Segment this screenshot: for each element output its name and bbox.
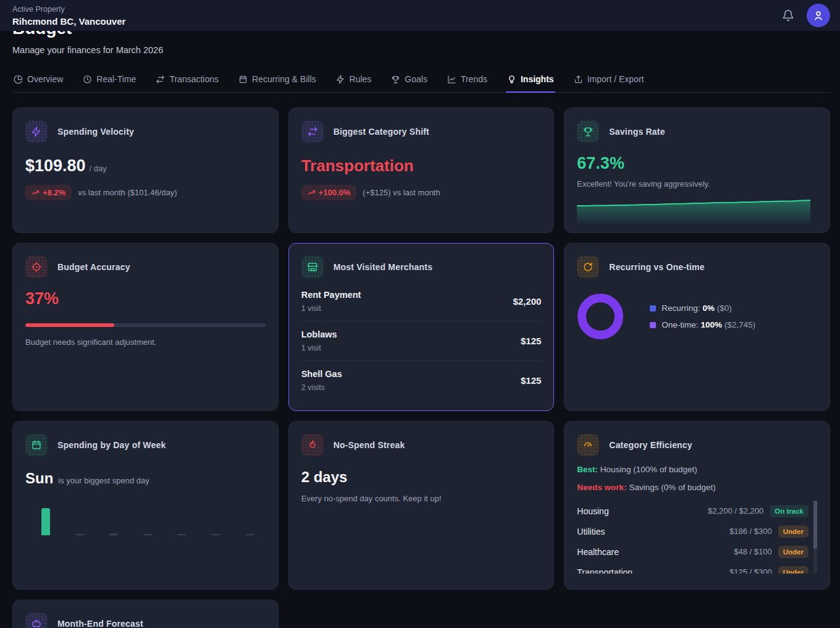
lightning-icon	[25, 121, 48, 143]
streak-value: 2 days	[301, 469, 542, 486]
tab-import-export[interactable]: Import / Export	[573, 74, 645, 92]
velocity-value: $109.80/ day	[25, 156, 266, 176]
category-row: Healthcare $48 / $100Under	[577, 541, 808, 562]
best-line: Best: Housing (100% of budget)	[577, 465, 817, 474]
swap-arrows-icon	[156, 75, 165, 84]
velocity-unit: / day	[90, 164, 107, 173]
biggest-day: Sun	[25, 470, 53, 486]
donut-ring	[582, 298, 619, 335]
accuracy-progress-fill	[25, 323, 114, 327]
chart-line-icon	[447, 75, 456, 84]
clock-icon	[83, 75, 92, 84]
legend-swatch	[650, 305, 656, 312]
tab-recurring-bills[interactable]: Recurring & Bills	[237, 74, 317, 92]
category-row: Utilities $186 / $300Under	[577, 521, 808, 541]
status-badge: Under	[778, 546, 808, 558]
day-bar	[143, 534, 152, 535]
card-savings-rate: Savings Rate 67.3% Excellent! You're sav…	[564, 108, 830, 233]
gauge-icon	[577, 434, 599, 456]
card-title: No-Spend Streak	[334, 440, 405, 450]
savings-sparkline	[577, 197, 817, 224]
day-bar	[245, 534, 254, 535]
compare-text: vs last month ($101.46/day)	[78, 188, 177, 197]
card-title: Recurring vs One-time	[609, 262, 704, 272]
savings-sparkline-fill	[577, 200, 810, 224]
card-title: Budget Accuracy	[57, 262, 130, 272]
merchant-visits: 2 visits	[301, 383, 342, 392]
legend-item-recurring: Recurring: 0% ($0)	[650, 303, 755, 313]
donut-chart	[577, 293, 624, 340]
flame-icon	[301, 434, 324, 456]
change-badge: +8.2%	[25, 185, 72, 200]
insight-cards-grid: Spending Velocity $109.80/ day +8.2% vs …	[12, 108, 830, 628]
biggest-day-desc: is your biggest spend day	[58, 476, 149, 485]
card-title: Category Efficiency	[609, 440, 692, 450]
tab-insights[interactable]: Insights	[506, 74, 555, 92]
day-bar	[109, 533, 118, 535]
user-icon	[812, 9, 825, 22]
scrollbar-thumb[interactable]	[813, 501, 817, 549]
card-title: Savings Rate	[609, 127, 665, 137]
card-title: Spending Velocity	[57, 127, 134, 137]
lightning-icon	[336, 75, 345, 84]
trophy-icon	[391, 75, 400, 84]
calendar-icon	[238, 75, 248, 84]
upload-icon	[574, 75, 583, 84]
status-badge: Under	[778, 566, 808, 574]
merchant-amount: $125	[521, 336, 541, 346]
card-month-end-forecast: Month-End Forecast	[12, 600, 279, 628]
day-bar	[41, 508, 50, 535]
card-recurring-vs-onetime: Recurring vs One-time Recurring: 0% ($0)…	[564, 243, 830, 411]
tab-overview[interactable]: Overview	[12, 74, 64, 92]
shift-category: Transportation	[301, 156, 542, 176]
accuracy-desc: Budget needs significant adjustment.	[25, 337, 266, 347]
scrollbar-track	[813, 501, 817, 574]
card-title: Month-End Forecast	[57, 619, 143, 628]
merchant-visits: 1 visit	[301, 344, 337, 352]
savings-desc: Excellent! You're saving aggressively.	[577, 179, 817, 189]
card-title: Spending by Day of Week	[57, 440, 166, 450]
tab-bar: Overview Real-Time Transactions Recurrin…	[12, 74, 830, 93]
merchant-amount: $125	[521, 375, 541, 386]
tab-rules[interactable]: Rules	[335, 74, 373, 92]
user-avatar[interactable]	[807, 4, 830, 27]
notifications-button[interactable]	[782, 9, 794, 22]
merchant-list: Rent Payment 1 visit $2,200 Loblaws 1 vi…	[301, 282, 542, 400]
merchant-amount: $2,200	[513, 296, 541, 307]
category-row: Transportation $125 / $300Under	[577, 562, 808, 574]
pie-chart-icon	[14, 75, 23, 84]
card-no-spend-streak: No-Spend Streak 2 days Every no-spend da…	[288, 421, 555, 590]
tab-real-time[interactable]: Real-Time	[82, 74, 137, 92]
trending-up-icon	[308, 189, 316, 197]
change-badge: +100.0%	[301, 185, 357, 200]
swap-arrows-icon	[301, 121, 324, 143]
savings-value: 67.3%	[577, 154, 817, 173]
page-content: Budget Manage your finances for March 20…	[0, 0, 840, 628]
target-icon	[25, 256, 48, 278]
accuracy-value: 37%	[25, 289, 266, 308]
merchant-name: Loblaws	[301, 329, 337, 339]
donut-legend: Recurring: 0% ($0) One-time: 100% ($2,74…	[650, 303, 755, 329]
card-spending-velocity: Spending Velocity $109.80/ day +8.2% vs …	[12, 108, 279, 233]
day-bar	[75, 534, 84, 535]
piggy-bank-icon	[25, 613, 48, 628]
streak-desc: Every no-spend day counts. Keep it up!	[301, 494, 542, 503]
card-category-shift: Biggest Category Shift Transportation +1…	[288, 108, 555, 233]
category-row: Housing $2,200 / $2,200On track	[577, 501, 808, 521]
legend-swatch	[650, 322, 656, 328]
page-subtitle: Manage your finances for March 2026	[12, 45, 840, 55]
status-badge: On track	[770, 505, 808, 517]
active-property-name: Rihcmond BC, Vancouver	[12, 16, 125, 27]
lightbulb-icon	[507, 75, 516, 84]
tab-goals[interactable]: Goals	[390, 74, 429, 92]
legend-item-onetime: One-time: 100% ($2,745)	[650, 320, 755, 329]
card-most-visited-merchants[interactable]: Most Visited Merchants Rent Payment 1 vi…	[288, 243, 555, 411]
day-bar	[177, 534, 186, 535]
category-list: Housing $2,200 / $2,200On track Utilitie…	[577, 501, 817, 574]
day-bar	[211, 534, 220, 535]
tab-transactions[interactable]: Transactions	[154, 74, 220, 92]
merchant-visits: 1 visit	[301, 304, 361, 313]
tab-trends[interactable]: Trends	[446, 74, 489, 92]
bell-icon	[782, 9, 794, 22]
trophy-icon	[577, 121, 599, 143]
